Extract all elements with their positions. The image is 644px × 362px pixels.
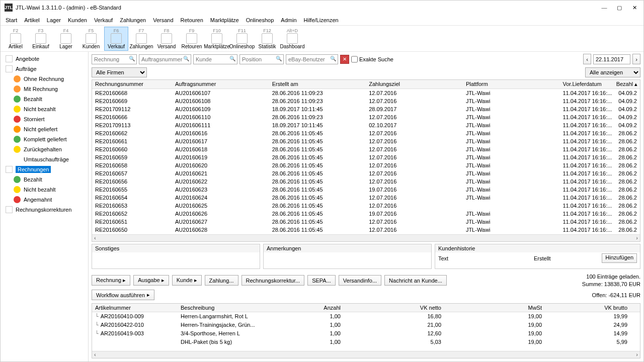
toolbar-lager[interactable]: F4Lager xyxy=(54,27,78,51)
firmen-select[interactable]: Alle Firmen xyxy=(92,67,147,77)
menu-onlineshop[interactable]: Onlineshop xyxy=(243,16,277,24)
toolbar-kunden[interactable]: F5Kunden xyxy=(79,27,103,51)
menu-retouren[interactable]: Retouren xyxy=(178,16,206,24)
action-kunde[interactable]: Kunde ▸ xyxy=(172,275,202,286)
minimize-button[interactable]: — xyxy=(601,5,607,11)
search-icon: 🔍 xyxy=(183,56,189,61)
col-plattform[interactable]: Plattform xyxy=(463,80,560,88)
menu-versand[interactable]: Versand xyxy=(150,16,176,24)
exact-search-checkbox[interactable]: Exakte Suche xyxy=(351,54,393,64)
table-row[interactable]: RE20160654AU2016062428.06.2016 11:05:451… xyxy=(92,194,640,202)
action-versandinfo-[interactable]: Versandinfo... xyxy=(339,275,381,286)
col-bezahl[interactable]: Bezahl ▴ xyxy=(613,80,640,88)
toolbar-marktplätze[interactable]: F10Marktplätze xyxy=(205,27,229,51)
menu-verkauf[interactable]: Verkauf xyxy=(91,16,116,24)
table-row[interactable]: RE20160666AU20160611028.06.2016 11:09:23… xyxy=(92,113,640,121)
add-history-button[interactable]: Hinzufügen xyxy=(602,253,637,263)
col-auftragsnummer[interactable]: Auftragsnummer xyxy=(172,80,269,88)
action-zahlung-[interactable]: Zahlung... xyxy=(205,275,238,286)
menu-start[interactable]: Start xyxy=(3,16,20,24)
col-vor.lieferdatum[interactable]: Vor.Lieferdatum xyxy=(560,80,613,88)
menu-kunden[interactable]: Kunden xyxy=(65,16,90,24)
table-scrollbar[interactable]: ‹› xyxy=(92,234,640,241)
detail-col[interactable]: Beschreibung xyxy=(178,304,268,312)
action-nachricht-an-kunde-[interactable]: Nachricht an Kunde... xyxy=(384,275,447,286)
table-row[interactable]: RE201709112AU20160610918.09.2017 10:11:4… xyxy=(92,105,640,113)
sidebar-label: Komplett geliefert xyxy=(24,136,67,142)
table-row[interactable]: RE20160662AU2016061628.06.2016 11:05:451… xyxy=(92,129,640,137)
toolbar-retouren[interactable]: F9Retouren xyxy=(180,27,204,51)
table-row[interactable]: RE20160652AU2016062628.06.2016 11:05:451… xyxy=(92,210,640,218)
detail-scrollbar[interactable]: ‹› xyxy=(92,351,640,358)
col-erstellt am[interactable]: Erstellt am xyxy=(269,80,366,88)
menu-lager[interactable]: Lager xyxy=(44,16,64,24)
sidebar-storniert[interactable]: Storniert xyxy=(1,114,88,124)
menu-admin[interactable]: Admin xyxy=(278,16,299,24)
detail-col[interactable]: Artikelnummer xyxy=(92,304,178,312)
sidebar-aufträge[interactable]: Aufträge xyxy=(1,64,88,74)
workflow-button[interactable]: Workflow ausführen ▸ xyxy=(92,290,154,300)
sidebar-nicht-bezahlt[interactable]: Nicht bezahlt xyxy=(1,185,88,195)
clear-filter-button[interactable]: ✕ xyxy=(340,55,349,64)
anzeigen-select[interactable]: Alle anzeigen xyxy=(585,67,640,77)
table-row[interactable]: RE20160658AU2016062028.06.2016 11:05:451… xyxy=(92,161,640,169)
date-input[interactable] xyxy=(593,54,630,64)
date-next-button[interactable]: › xyxy=(632,54,640,64)
sidebar-rechnungen[interactable]: Rechnungen xyxy=(1,164,88,174)
toolbar-einkauf[interactable]: F3Einkauf xyxy=(29,27,53,51)
table-row[interactable]: RE20160656AU2016062228.06.2016 11:05:451… xyxy=(92,177,640,186)
toolbar-statistik[interactable]: F12Statistik xyxy=(255,27,279,51)
table-row[interactable]: RE20160657AU2016062128.06.2016 11:05:451… xyxy=(92,169,640,177)
sidebar-ohne-rechnung[interactable]: Ohne Rechnung xyxy=(1,74,88,84)
detail-row[interactable]: └AR20160410-009Herren-Langarmshirt, Rot … xyxy=(92,312,640,321)
sidebar-mit-rechnung[interactable]: Mit Rechnung xyxy=(1,84,88,94)
menu-zahlungen[interactable]: Zahlungen xyxy=(117,16,149,24)
action-rechnung[interactable]: Rechnung ▸ xyxy=(92,275,130,286)
table-row[interactable]: RE20160659AU2016061928.06.2016 11:05:451… xyxy=(92,153,640,161)
toolbar-verkauf[interactable]: F6Verkauf xyxy=(104,27,128,51)
sidebar-bezahlt[interactable]: Bezahlt xyxy=(1,94,88,104)
sidebar-komplett-geliefert[interactable]: Komplett geliefert xyxy=(1,134,88,144)
sidebar-angemahnt[interactable]: Angemahnt xyxy=(1,195,88,205)
detail-row[interactable]: └AR20160419-0033/4-Sporthose, Herren L1,… xyxy=(92,329,640,338)
detail-col[interactable]: VK netto xyxy=(344,304,444,312)
detail-row[interactable]: └AR20160422-010Herren-Trainingsjacke, Gr… xyxy=(92,321,640,329)
table-row[interactable]: RE201709113AU20160611118.09.2017 10:11:4… xyxy=(92,121,640,129)
toolbar-versand[interactable]: F8Versand xyxy=(154,27,179,51)
sidebar-umtauschaufträge[interactable]: Umtauschaufträge xyxy=(1,154,88,164)
sidebar-rechnungskorrekturen[interactable]: Rechnungskorrekturen xyxy=(1,205,88,215)
close-button[interactable]: ✕ xyxy=(631,5,637,11)
table-row[interactable]: RE20160668AU20160610728.06.2016 11:09:23… xyxy=(92,89,640,97)
menu-hilfe/lizenzen[interactable]: Hilfe/Lizenzen xyxy=(301,16,342,24)
maximize-button[interactable]: ▢ xyxy=(616,5,622,11)
detail-col[interactable]: Anzahl xyxy=(268,304,344,312)
col-rechnungsnummer[interactable]: Rechnungsnummer xyxy=(92,80,172,88)
menu-artikel[interactable]: Artikel xyxy=(21,16,43,24)
toolbar-onlineshop[interactable]: F11Onlineshop xyxy=(230,27,254,51)
action-rechnungskorrektur-[interactable]: Rechnungskorrektur... xyxy=(242,275,305,286)
table-row[interactable]: RE20160660AU2016061828.06.2016 11:05:451… xyxy=(92,145,640,153)
detail-row[interactable]: DHL-Paket (bis 5 kg)1,005,0319,005,99 xyxy=(92,338,640,346)
date-prev-button[interactable]: ‹ xyxy=(583,54,591,64)
table-row[interactable]: RE20160651AU2016062728.06.2016 11:05:451… xyxy=(92,218,640,226)
menu-marktplätze[interactable]: Marktplätze xyxy=(207,16,242,24)
sidebar-zurückgehalten[interactable]: Zurückgehalten xyxy=(1,144,88,154)
table-row[interactable]: RE20160655AU2016062328.06.2016 11:05:451… xyxy=(92,186,640,194)
table-row[interactable]: RE20160669AU20160610828.06.2016 11:09:23… xyxy=(92,97,640,105)
toolbar-dashboard[interactable]: Alt+DDashboard xyxy=(280,27,304,51)
sidebar-angebote[interactable]: Angebote xyxy=(1,54,88,64)
action-sepa-[interactable]: SEPA... xyxy=(307,275,336,286)
table-row[interactable]: RE20160661AU2016061728.06.2016 11:05:451… xyxy=(92,137,640,145)
sidebar-bezahlt[interactable]: Bezahlt xyxy=(1,174,88,185)
sidebar-nicht-geliefert[interactable]: Nicht geliefert xyxy=(1,124,88,134)
status-icon xyxy=(14,75,21,82)
detail-col[interactable]: VK brutto xyxy=(545,304,630,312)
toolbar-zahlungen[interactable]: F7Zahlungen xyxy=(129,27,153,51)
table-row[interactable]: RE20160653AU2016062528.06.2016 11:05:451… xyxy=(92,202,640,210)
toolbar-artikel[interactable]: F2Artikel xyxy=(4,27,28,51)
table-row[interactable]: RE20160650AU2016062828.06.2016 11:05:451… xyxy=(92,226,640,234)
detail-col[interactable]: MwSt xyxy=(444,304,545,312)
col-zahlungsziel[interactable]: Zahlungsziel xyxy=(366,80,463,88)
sidebar-nicht-bezahlt[interactable]: Nicht bezahlt xyxy=(1,104,88,114)
action-ausgabe[interactable]: Ausgabe ▸ xyxy=(133,275,169,286)
